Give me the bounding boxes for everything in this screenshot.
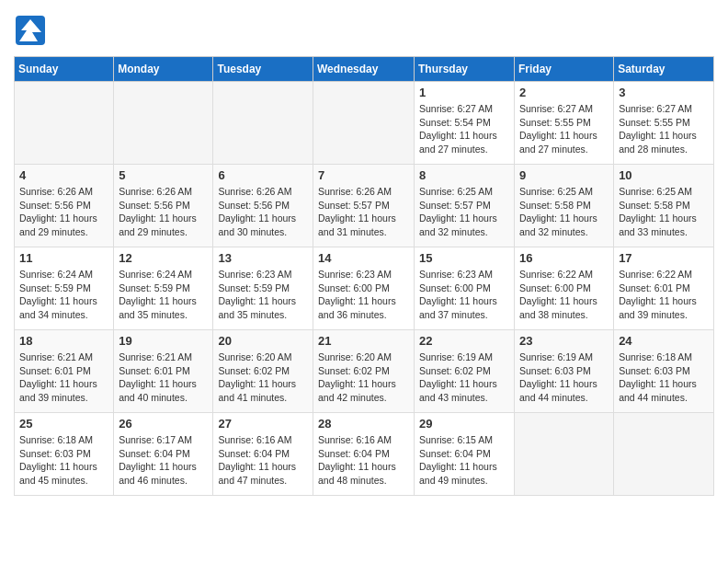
day-number: 1	[419, 86, 509, 99]
day-number: 25	[19, 417, 108, 431]
day-info: Sunrise: 6:21 AM Sunset: 6:01 PM Dayligh…	[119, 350, 208, 405]
calendar-cell	[515, 413, 614, 496]
day-number: 2	[519, 86, 609, 99]
day-number: 9	[519, 168, 609, 182]
day-info: Sunrise: 6:17 AM Sunset: 6:04 PM Dayligh…	[119, 433, 208, 488]
calendar-cell: 24Sunrise: 6:18 AM Sunset: 6:03 PM Dayli…	[614, 330, 714, 413]
calendar-table: SundayMondayTuesdayWednesdayThursdayFrid…	[14, 56, 714, 496]
weekday-header-sunday: Sunday	[15, 57, 114, 82]
calendar-cell: 15Sunrise: 6:23 AM Sunset: 6:00 PM Dayli…	[415, 247, 515, 330]
page-header	[14, 14, 714, 47]
day-number: 29	[419, 417, 509, 431]
day-number: 7	[318, 168, 409, 182]
day-number: 4	[19, 168, 108, 182]
day-info: Sunrise: 6:27 AM Sunset: 5:54 PM Dayligh…	[419, 102, 509, 156]
day-info: Sunrise: 6:20 AM Sunset: 6:02 PM Dayligh…	[318, 350, 409, 405]
day-info: Sunrise: 6:21 AM Sunset: 6:01 PM Dayligh…	[19, 350, 108, 405]
day-number: 10	[619, 168, 709, 182]
day-number: 3	[619, 86, 709, 99]
calendar-cell: 23Sunrise: 6:19 AM Sunset: 6:03 PM Dayli…	[515, 330, 614, 413]
day-info: Sunrise: 6:18 AM Sunset: 6:03 PM Dayligh…	[619, 350, 709, 405]
calendar-cell: 5Sunrise: 6:26 AM Sunset: 5:56 PM Daylig…	[114, 165, 213, 247]
calendar-cell: 4Sunrise: 6:26 AM Sunset: 5:56 PM Daylig…	[15, 165, 114, 247]
weekday-header-tuesday: Tuesday	[213, 57, 313, 82]
day-info: Sunrise: 6:26 AM Sunset: 5:56 PM Dayligh…	[119, 185, 208, 239]
day-number: 21	[318, 334, 409, 348]
day-number: 19	[119, 334, 208, 348]
calendar-cell: 6Sunrise: 6:26 AM Sunset: 5:56 PM Daylig…	[213, 165, 313, 247]
day-number: 24	[619, 334, 709, 348]
calendar-week-row: 11Sunrise: 6:24 AM Sunset: 5:59 PM Dayli…	[15, 247, 714, 330]
calendar-cell	[614, 413, 714, 496]
day-info: Sunrise: 6:22 AM Sunset: 6:01 PM Dayligh…	[619, 268, 709, 322]
calendar-cell: 11Sunrise: 6:24 AM Sunset: 5:59 PM Dayli…	[15, 247, 114, 330]
calendar-cell	[15, 82, 114, 165]
day-number: 13	[218, 251, 308, 265]
day-info: Sunrise: 6:16 AM Sunset: 6:04 PM Dayligh…	[218, 433, 308, 488]
day-info: Sunrise: 6:25 AM Sunset: 5:58 PM Dayligh…	[619, 185, 709, 239]
day-info: Sunrise: 6:16 AM Sunset: 6:04 PM Dayligh…	[318, 433, 409, 488]
calendar-week-row: 25Sunrise: 6:18 AM Sunset: 6:03 PM Dayli…	[15, 413, 714, 496]
day-number: 11	[19, 251, 108, 265]
day-number: 28	[318, 417, 409, 431]
calendar-cell: 7Sunrise: 6:26 AM Sunset: 5:57 PM Daylig…	[313, 165, 415, 247]
day-number: 14	[318, 251, 409, 265]
calendar-week-row: 4Sunrise: 6:26 AM Sunset: 5:56 PM Daylig…	[15, 165, 714, 247]
calendar-cell: 20Sunrise: 6:20 AM Sunset: 6:02 PM Dayli…	[213, 330, 313, 413]
calendar-cell: 17Sunrise: 6:22 AM Sunset: 6:01 PM Dayli…	[614, 247, 714, 330]
calendar-cell: 9Sunrise: 6:25 AM Sunset: 5:58 PM Daylig…	[515, 165, 614, 247]
weekday-header-friday: Friday	[515, 57, 614, 82]
day-number: 17	[619, 251, 709, 265]
day-info: Sunrise: 6:26 AM Sunset: 5:56 PM Dayligh…	[19, 185, 108, 239]
day-info: Sunrise: 6:19 AM Sunset: 6:02 PM Dayligh…	[419, 350, 509, 405]
day-number: 5	[119, 168, 208, 182]
calendar-cell: 2Sunrise: 6:27 AM Sunset: 5:55 PM Daylig…	[515, 82, 614, 165]
weekday-header-monday: Monday	[114, 57, 213, 82]
calendar-cell: 3Sunrise: 6:27 AM Sunset: 5:55 PM Daylig…	[614, 82, 714, 165]
calendar-cell: 19Sunrise: 6:21 AM Sunset: 6:01 PM Dayli…	[114, 330, 213, 413]
day-info: Sunrise: 6:26 AM Sunset: 5:57 PM Dayligh…	[318, 185, 409, 239]
day-number: 18	[19, 334, 108, 348]
day-number: 6	[218, 168, 308, 182]
day-info: Sunrise: 6:19 AM Sunset: 6:03 PM Dayligh…	[519, 350, 609, 405]
calendar-cell: 27Sunrise: 6:16 AM Sunset: 6:04 PM Dayli…	[213, 413, 313, 496]
calendar-cell	[213, 82, 313, 165]
weekday-header-wednesday: Wednesday	[313, 57, 415, 82]
calendar-cell: 22Sunrise: 6:19 AM Sunset: 6:02 PM Dayli…	[415, 330, 515, 413]
calendar-cell: 12Sunrise: 6:24 AM Sunset: 5:59 PM Dayli…	[114, 247, 213, 330]
calendar-cell: 18Sunrise: 6:21 AM Sunset: 6:01 PM Dayli…	[15, 330, 114, 413]
day-number: 8	[419, 168, 509, 182]
day-info: Sunrise: 6:25 AM Sunset: 5:57 PM Dayligh…	[419, 185, 509, 239]
calendar-cell: 25Sunrise: 6:18 AM Sunset: 6:03 PM Dayli…	[15, 413, 114, 496]
day-number: 27	[218, 417, 308, 431]
calendar-week-row: 1Sunrise: 6:27 AM Sunset: 5:54 PM Daylig…	[15, 82, 714, 165]
calendar-cell	[313, 82, 415, 165]
day-info: Sunrise: 6:15 AM Sunset: 6:04 PM Dayligh…	[419, 433, 509, 488]
logo	[14, 14, 51, 47]
day-info: Sunrise: 6:23 AM Sunset: 5:59 PM Dayligh…	[218, 268, 308, 322]
calendar-body: 1Sunrise: 6:27 AM Sunset: 5:54 PM Daylig…	[15, 82, 714, 496]
calendar-cell: 26Sunrise: 6:17 AM Sunset: 6:04 PM Dayli…	[114, 413, 213, 496]
day-info: Sunrise: 6:22 AM Sunset: 6:00 PM Dayligh…	[519, 268, 609, 322]
calendar-week-row: 18Sunrise: 6:21 AM Sunset: 6:01 PM Dayli…	[15, 330, 714, 413]
day-info: Sunrise: 6:23 AM Sunset: 6:00 PM Dayligh…	[419, 268, 509, 322]
day-info: Sunrise: 6:25 AM Sunset: 5:58 PM Dayligh…	[519, 185, 609, 239]
day-number: 22	[419, 334, 509, 348]
day-info: Sunrise: 6:27 AM Sunset: 5:55 PM Dayligh…	[519, 102, 609, 156]
calendar-cell: 8Sunrise: 6:25 AM Sunset: 5:57 PM Daylig…	[415, 165, 515, 247]
calendar-header-row: SundayMondayTuesdayWednesdayThursdayFrid…	[15, 57, 714, 82]
calendar-cell: 14Sunrise: 6:23 AM Sunset: 6:00 PM Dayli…	[313, 247, 415, 330]
day-info: Sunrise: 6:24 AM Sunset: 5:59 PM Dayligh…	[19, 268, 108, 322]
day-info: Sunrise: 6:18 AM Sunset: 6:03 PM Dayligh…	[19, 433, 108, 488]
day-info: Sunrise: 6:20 AM Sunset: 6:02 PM Dayligh…	[218, 350, 308, 405]
day-number: 16	[519, 251, 609, 265]
calendar-cell: 29Sunrise: 6:15 AM Sunset: 6:04 PM Dayli…	[415, 413, 515, 496]
calendar-cell: 10Sunrise: 6:25 AM Sunset: 5:58 PM Dayli…	[614, 165, 714, 247]
day-number: 20	[218, 334, 308, 348]
calendar-cell: 16Sunrise: 6:22 AM Sunset: 6:00 PM Dayli…	[515, 247, 614, 330]
day-info: Sunrise: 6:27 AM Sunset: 5:55 PM Dayligh…	[619, 102, 709, 156]
calendar-cell: 1Sunrise: 6:27 AM Sunset: 5:54 PM Daylig…	[415, 82, 515, 165]
day-number: 23	[519, 334, 609, 348]
day-info: Sunrise: 6:23 AM Sunset: 6:00 PM Dayligh…	[318, 268, 409, 322]
weekday-header-saturday: Saturday	[614, 57, 714, 82]
